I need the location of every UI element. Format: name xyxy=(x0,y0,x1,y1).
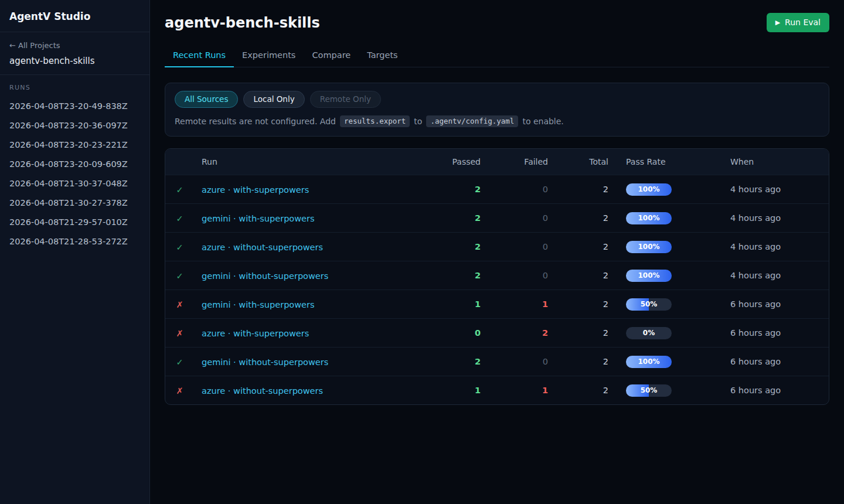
pass-rate-pill: 100% xyxy=(626,270,672,282)
sidebar-run-item[interactable]: 2026-04-08T23-20-09-609Z xyxy=(9,154,140,173)
table-row[interactable]: ✓gemini · without-superpowers202100%4 ho… xyxy=(165,261,829,290)
filter-pill-local-only[interactable]: Local Only xyxy=(243,91,304,108)
table-row[interactable]: ✓azure · with-superpowers202100%4 hours … xyxy=(165,175,829,203)
filter-pill-remote-only[interactable]: Remote Only xyxy=(310,91,381,108)
pass-rate-pill: 100% xyxy=(626,212,672,224)
table-row[interactable]: ✗gemini · with-superpowers11250%6 hours … xyxy=(165,290,829,318)
when-cell: 6 hours ago xyxy=(730,357,829,366)
when-cell: 6 hours ago xyxy=(730,328,829,338)
note-prefix: Remote results are not configured. Add xyxy=(175,117,336,126)
sidebar-run-list: 2026-04-08T23-20-49-838Z2026-04-08T23-20… xyxy=(9,96,140,251)
when-cell: 4 hours ago xyxy=(730,213,829,223)
run-eval-label: Run Eval xyxy=(785,18,821,27)
table-row[interactable]: ✗azure · without-superpowers11250%6 hour… xyxy=(165,376,829,404)
when-cell: 4 hours ago xyxy=(730,185,829,194)
run-link[interactable]: gemini · with-superpowers xyxy=(202,214,315,223)
sidebar-run-item[interactable]: 2026-04-08T21-29-57-010Z xyxy=(9,212,140,231)
app-title: AgentV Studio xyxy=(0,0,149,32)
pass-rate-cell: 100% xyxy=(608,241,730,253)
run-link[interactable]: azure · with-superpowers xyxy=(202,329,309,338)
passed-count: 1 xyxy=(427,386,481,395)
sidebar-run-item[interactable]: 2026-04-08T21-30-27-378Z xyxy=(9,193,140,212)
total-count: 2 xyxy=(548,386,608,395)
failed-count: 2 xyxy=(481,328,548,338)
tab-compare[interactable]: Compare xyxy=(304,45,359,67)
sidebar-run-item[interactable]: 2026-04-08T23-20-23-221Z xyxy=(9,135,140,154)
table-row[interactable]: ✓azure · without-superpowers202100%4 hou… xyxy=(165,232,829,261)
tab-recent-runs[interactable]: Recent Runs xyxy=(165,45,234,67)
table-row[interactable]: ✗azure · with-superpowers0220%6 hours ag… xyxy=(165,318,829,347)
source-filter-card: All SourcesLocal OnlyRemote Only Remote … xyxy=(165,83,829,137)
main-content: agentv-bench-skills ▶ Run Eval Recent Ru… xyxy=(150,0,844,504)
sidebar: AgentV Studio ← All Projects agentv-benc… xyxy=(0,0,150,504)
run-link[interactable]: gemini · without-superpowers xyxy=(202,357,328,367)
pass-check-icon: ✓ xyxy=(176,185,183,195)
passed-count: 2 xyxy=(427,213,481,223)
status-cell: ✓ xyxy=(165,213,194,224)
column-header-total: Total xyxy=(548,157,608,166)
run-link[interactable]: gemini · without-superpowers xyxy=(202,271,328,281)
tab-experiments[interactable]: Experiments xyxy=(234,45,304,67)
pass-rate-cell: 100% xyxy=(608,183,730,196)
status-cell: ✓ xyxy=(165,270,194,281)
run-link[interactable]: gemini · with-superpowers xyxy=(202,300,315,309)
pass-check-icon: ✓ xyxy=(176,357,183,367)
pass-rate-label: 100% xyxy=(626,241,672,253)
failed-count: 0 xyxy=(481,271,548,280)
run-cell: gemini · without-superpowers xyxy=(194,270,427,281)
tab-targets[interactable]: Targets xyxy=(359,45,406,67)
filter-pill-all-sources[interactable]: All Sources xyxy=(175,91,238,108)
sidebar-run-item[interactable]: 2026-04-08T21-28-53-272Z xyxy=(9,231,140,251)
page-title: agentv-bench-skills xyxy=(165,15,320,31)
when-cell: 6 hours ago xyxy=(730,386,829,395)
passed-count: 2 xyxy=(427,185,481,194)
status-cell: ✗ xyxy=(165,385,194,396)
note-code-results-export: results.export xyxy=(340,115,410,127)
sidebar-run-item[interactable]: 2026-04-08T21-30-37-048Z xyxy=(9,173,140,193)
pass-rate-pill: 0% xyxy=(626,327,672,339)
sidebar-run-item[interactable]: 2026-04-08T23-20-49-838Z xyxy=(9,96,140,115)
project-name: agentv-bench-skills xyxy=(9,56,140,66)
pass-rate-pill: 50% xyxy=(626,384,672,397)
failed-count: 0 xyxy=(481,357,548,366)
pass-rate-label: 0% xyxy=(626,327,672,339)
pass-rate-cell: 50% xyxy=(608,384,730,397)
pass-rate-label: 50% xyxy=(626,384,672,397)
source-filter-group: All SourcesLocal OnlyRemote Only xyxy=(175,91,819,108)
failed-count: 0 xyxy=(481,213,548,223)
run-link[interactable]: azure · with-superpowers xyxy=(202,185,309,195)
run-eval-button[interactable]: ▶ Run Eval xyxy=(767,13,829,32)
run-link[interactable]: azure · without-superpowers xyxy=(202,386,323,396)
sidebar-run-item[interactable]: 2026-04-08T23-20-36-097Z xyxy=(9,115,140,135)
run-link[interactable]: azure · without-superpowers xyxy=(202,243,323,252)
pass-check-icon: ✓ xyxy=(176,271,183,281)
pass-rate-label: 50% xyxy=(626,298,672,311)
table-row[interactable]: ✓gemini · without-superpowers202100%6 ho… xyxy=(165,347,829,376)
table-body: ✓azure · with-superpowers202100%4 hours … xyxy=(165,175,829,404)
total-count: 2 xyxy=(548,357,608,366)
runs-section-heading: RUNS xyxy=(9,84,140,91)
column-header-pass-rate: Pass Rate xyxy=(608,157,730,166)
total-count: 2 xyxy=(548,185,608,194)
total-count: 2 xyxy=(548,242,608,251)
all-projects-back-link[interactable]: ← All Projects xyxy=(9,41,140,50)
total-count: 2 xyxy=(548,213,608,223)
pass-rate-cell: 100% xyxy=(608,212,730,224)
column-header-run: Run xyxy=(194,157,427,166)
failed-count: 0 xyxy=(481,185,548,194)
run-cell: azure · with-superpowers xyxy=(194,328,427,339)
pass-rate-cell: 0% xyxy=(608,327,730,339)
run-cell: azure · without-superpowers xyxy=(194,385,427,396)
tab-bar: Recent RunsExperimentsCompareTargets xyxy=(165,45,829,67)
pass-rate-pill: 100% xyxy=(626,183,672,196)
status-cell: ✗ xyxy=(165,328,194,339)
status-cell: ✗ xyxy=(165,299,194,310)
run-cell: gemini · with-superpowers xyxy=(194,299,427,310)
table-row[interactable]: ✓gemini · with-superpowers202100%4 hours… xyxy=(165,203,829,232)
total-count: 2 xyxy=(548,299,608,309)
run-cell: gemini · without-superpowers xyxy=(194,356,427,367)
table-header-row: RunPassedFailedTotalPass RateWhen xyxy=(165,149,829,175)
column-header-when: When xyxy=(730,157,829,166)
pass-rate-cell: 100% xyxy=(608,270,730,282)
status-cell: ✓ xyxy=(165,241,194,253)
